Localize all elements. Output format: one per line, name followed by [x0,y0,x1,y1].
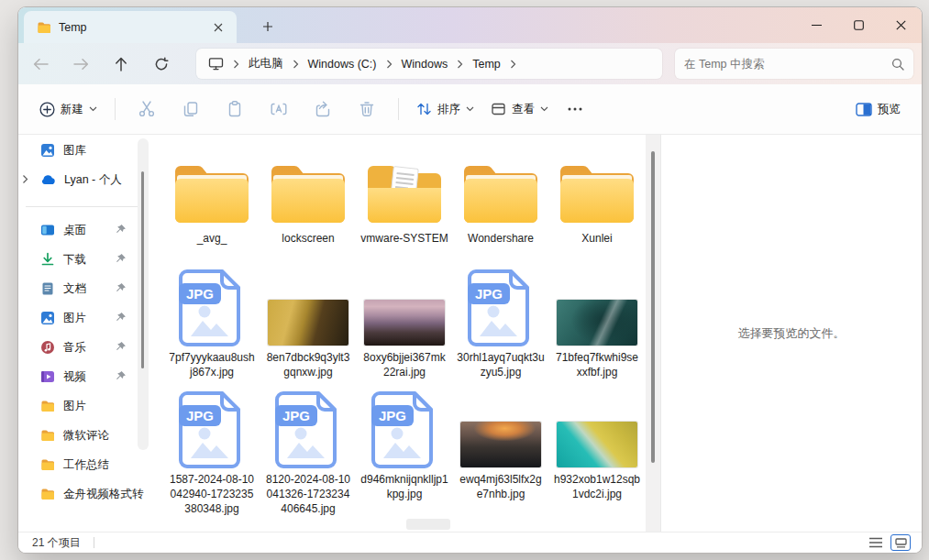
sidebar-item-gallery[interactable]: 图库 [18,136,149,165]
breadcrumb-this-pc[interactable]: 此电脑 [242,51,290,76]
minimize-button[interactable] [795,7,837,43]
sort-icon [416,102,432,116]
sidebar-item-desktop[interactable]: 桌面 [18,215,149,245]
preview-toggle-button[interactable]: 预览 [847,93,909,126]
search-icon[interactable] [891,58,904,71]
jpg-file-icon [178,269,246,347]
share-button[interactable] [301,93,345,126]
sidebar-item-documents[interactable]: 文档 [18,274,149,303]
share-icon [314,100,332,118]
rename-button[interactable] [257,93,301,126]
file-item[interactable]: d946mknijqnklljp1kpg.jpg [359,385,450,516]
tab-close-icon[interactable] [209,18,227,37]
pin-icon [115,224,127,236]
sidebar: 图库 Lyan - 个人 桌面 [18,135,149,532]
sidebar-scrollbar[interactable] [138,138,149,450]
tab-temp[interactable]: Temp [24,11,237,43]
sort-label: 排序 [437,102,460,117]
breadcrumb-windows-c[interactable]: Windows (C:) [302,53,383,75]
new-button[interactable]: 新建 [31,93,105,126]
file-item[interactable]: h932xob1w12sqb1vdc2i.jpg [551,385,643,516]
pictures-icon [40,311,55,325]
image-thumbnail [268,300,348,346]
sidebar-item-pictures[interactable]: 图片 [18,303,149,333]
search-input[interactable] [684,58,891,71]
plus-circle-icon [39,102,55,117]
breadcrumb-chevron-icon [383,60,395,69]
sidebar-scrollbar-thumb[interactable] [141,171,144,368]
jpg-file-icon [370,390,438,469]
file-item[interactable]: 8en7dbck9q3ylt3gqnxw.jpg [262,263,354,379]
content-scrollbar[interactable] [646,135,660,532]
copy-icon [182,100,200,118]
view-button[interactable]: 查看 [482,93,557,126]
gallery-icon [40,143,55,158]
file-item[interactable]: 8120-2024-08-10041326-1723234406645.jpg [262,385,354,516]
sidebar-item-downloads[interactable]: 下载 [18,245,149,274]
preview-pane: 选择要预览的文件。 [660,135,922,532]
cut-button[interactable] [125,93,169,126]
breadcrumb-windows[interactable]: Windows [395,53,455,75]
folder-icon [37,20,51,35]
search-box [675,49,913,79]
copy-button[interactable] [169,93,213,126]
sidebar-item-music[interactable]: 音乐 [18,333,149,362]
chevron-down-icon [89,106,97,112]
folder-item[interactable]: Xunlei [551,142,643,246]
sidebar-item-videos[interactable]: 视频 [18,362,149,391]
folder-item[interactable]: vmware-SYSTEM [359,142,450,246]
back-button[interactable] [20,49,61,79]
trash-icon [358,100,376,118]
file-item[interactable]: 71bfeq7fkwhi9sexxfbf.jpg [551,263,643,379]
new-tab-button[interactable] [255,15,281,38]
folder-icon [170,160,254,228]
delete-button[interactable] [345,93,389,126]
paste-button[interactable] [213,93,257,126]
toolbar-divider [115,98,116,120]
folder-item[interactable]: Wondershare [455,142,547,246]
image-thumbnail [460,422,541,467]
image-thumbnail [364,300,445,346]
image-thumbnail [557,300,637,346]
sidebar-item-folder-pictures[interactable]: 图片 [18,391,149,421]
tab-bar: Temp [18,7,922,43]
preview-pane-icon [856,103,872,116]
music-icon [40,340,55,355]
breadcrumb-chevron-icon [230,60,242,69]
details-view-icon[interactable] [868,537,883,548]
close-button[interactable] [879,7,922,43]
more-options-button[interactable] [557,93,593,126]
chevron-down-icon [466,106,474,112]
paste-icon [226,100,244,118]
file-grid: _avg_ lockscreen vmware-SYSTEM Wondersha… [149,135,646,532]
breadcrumb-temp[interactable]: Temp [466,53,507,75]
sidebar-item-folder-reviews[interactable]: 微软评论 [18,421,149,450]
file-item[interactable]: 8oxy6bjjei367mk22rai.jpg [359,263,450,379]
image-thumbnail [557,422,637,467]
folder-icon [40,487,55,501]
toolbar-divider [398,98,399,120]
content-scrollbar-thumb[interactable] [651,151,655,463]
large-icons-view-toggle[interactable] [890,534,911,551]
up-button[interactable] [101,49,141,79]
folder-icon [40,457,55,472]
this-pc-icon[interactable] [202,57,230,71]
file-item[interactable]: 7pf7yyykaau8ushj867x.jpg [166,263,258,379]
maximize-button[interactable] [837,7,879,43]
sidebar-item-onedrive[interactable]: Lyan - 个人 [18,165,149,194]
file-item[interactable]: ewq4mj63l5lfx2ge7nhb.jpg [455,385,547,516]
chevron-right-icon[interactable] [22,174,28,184]
sidebar-item-folder-jinzhou[interactable]: 金舟视频格式转 [18,479,149,509]
refresh-button[interactable] [141,49,182,79]
sidebar-item-folder-worksummary[interactable]: 工作总结 [18,450,149,479]
folder-item[interactable]: lockscreen [262,142,354,246]
sort-button[interactable]: 排序 [408,93,482,126]
pin-icon [115,282,127,294]
pin-icon [115,370,127,382]
forward-button[interactable] [61,49,101,79]
file-item[interactable]: 30rhl1ayq7uqkt3uzyu5.jpg [455,263,547,379]
sidebar-divider [26,206,142,207]
breadcrumb-chevron-icon [454,60,466,69]
file-item[interactable]: 1587-2024-08-10042940-1723235380348.jpg [166,385,258,516]
folder-item[interactable]: _avg_ [166,142,258,246]
